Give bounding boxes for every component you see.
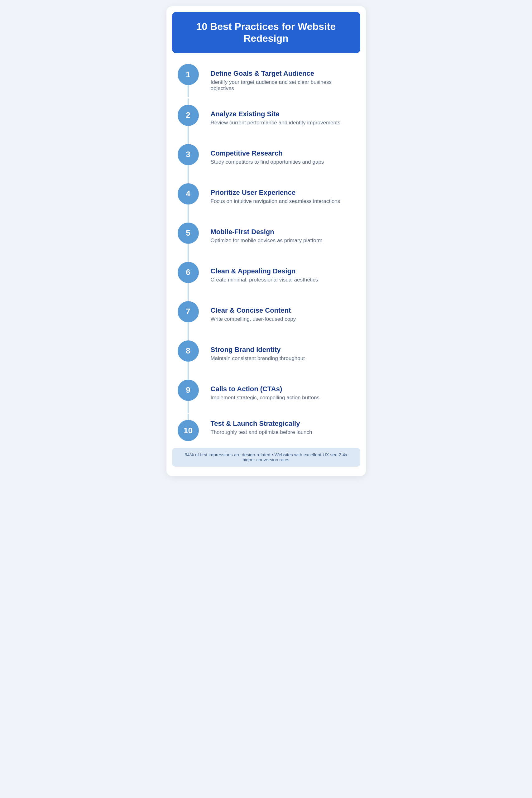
item-content: Competitive ResearchStudy competitors to…	[211, 142, 357, 172]
item-description: Review current performance and identify …	[211, 120, 357, 126]
item-content: Mobile-First DesignOptimize for mobile d…	[211, 221, 357, 251]
item-description: Create minimal, professional visual aest…	[211, 277, 357, 283]
item-content: Calls to Action (CTAs)Implement strategi…	[211, 378, 357, 408]
connector-line-bottom	[188, 205, 189, 216]
connector-line-bottom	[188, 85, 189, 97]
connector-col: 9	[176, 374, 201, 413]
connector-col: 2	[176, 98, 201, 138]
connector-line-top	[188, 414, 189, 420]
connector-col: 8	[176, 334, 201, 374]
list-item: 6Clean & Appealing DesignCreate minimal,…	[176, 255, 357, 295]
item-content: Clear & Concise ContentWrite compelling,…	[211, 300, 357, 329]
item-title: Prioritize User Experience	[211, 189, 357, 197]
connector-col: 7	[176, 295, 201, 334]
item-content: Strong Brand IdentityMaintain consistent…	[211, 339, 357, 368]
step-circle: 8	[178, 340, 199, 362]
main-card: 10 Best Practices for Website Redesign 1…	[167, 6, 366, 476]
connector-line-top	[188, 177, 189, 183]
list-item: 1Define Goals & Target AudienceIdentify …	[176, 63, 357, 98]
step-circle: 3	[178, 144, 199, 165]
item-title: Analyze Existing Site	[211, 110, 357, 118]
connector-line-top	[188, 216, 189, 223]
item-title: Clear & Concise Content	[211, 306, 357, 315]
connector-line-top	[188, 255, 189, 262]
connector-line-bottom	[188, 401, 189, 413]
list-item: 5Mobile-First DesignOptimize for mobile …	[176, 216, 357, 255]
item-title: Define Goals & Target Audience	[211, 70, 357, 78]
list-item: 2Analyze Existing SiteReview current per…	[176, 98, 357, 138]
item-title: Clean & Appealing Design	[211, 267, 357, 275]
item-content: Clean & Appealing DesignCreate minimal, …	[211, 260, 357, 290]
item-description: Write compelling, user-focused copy	[211, 316, 357, 322]
footer-text: 94% of first impressions are design-rela…	[185, 452, 347, 462]
item-description: Implement strategic, compelling action b…	[211, 395, 357, 401]
connector-col: 6	[176, 255, 201, 295]
connector-line-bottom	[188, 283, 189, 295]
item-title: Test & Launch Strategically	[211, 420, 357, 428]
connector-col: 4	[176, 177, 201, 216]
item-title: Calls to Action (CTAs)	[211, 385, 357, 393]
items-list: 1Define Goals & Target AudienceIdentify …	[167, 63, 366, 442]
step-circle: 9	[178, 380, 199, 401]
list-item: 3Competitive ResearchStudy competitors t…	[176, 138, 357, 177]
connector-col: 1	[176, 64, 201, 97]
connector-col: 3	[176, 138, 201, 177]
item-title: Strong Brand Identity	[211, 346, 357, 354]
item-content: Test & Launch StrategicallyThoroughly te…	[211, 413, 357, 442]
step-circle: 1	[178, 64, 199, 85]
step-circle: 6	[178, 262, 199, 283]
item-content: Analyze Existing SiteReview current perf…	[211, 103, 357, 133]
item-description: Optimize for mobile devices as primary p…	[211, 238, 357, 244]
connector-col: 5	[176, 216, 201, 255]
step-circle: 7	[178, 301, 199, 322]
list-item: 10Test & Launch StrategicallyThoroughly …	[176, 413, 357, 442]
item-description: Thoroughly test and optimize before laun…	[211, 429, 357, 435]
connector-line-top	[188, 98, 189, 105]
connector-line-top	[188, 374, 189, 380]
list-item: 4Prioritize User ExperienceFocus on intu…	[176, 177, 357, 216]
item-content: Define Goals & Target AudienceIdentify y…	[211, 63, 357, 98]
item-description: Focus on intuitive navigation and seamle…	[211, 198, 357, 205]
item-content: Prioritize User ExperienceFocus on intui…	[211, 182, 357, 211]
connector-line-bottom	[188, 165, 189, 177]
list-item: 7Clear & Concise ContentWrite compelling…	[176, 295, 357, 334]
connector-line-top	[188, 138, 189, 144]
step-circle: 5	[178, 223, 199, 244]
connector-line-top	[188, 295, 189, 301]
header-title: 10 Best Practices for Website Redesign	[182, 21, 351, 44]
item-title: Mobile-First Design	[211, 228, 357, 236]
connector-line-top	[188, 334, 189, 340]
step-circle: 4	[178, 183, 199, 205]
item-title: Competitive Research	[211, 149, 357, 157]
connector-line-bottom	[188, 322, 189, 334]
connector-col: 10	[176, 414, 201, 441]
item-description: Identify your target audience and set cl…	[211, 79, 357, 92]
list-item: 9Calls to Action (CTAs)Implement strateg…	[176, 374, 357, 413]
list-item: 8Strong Brand IdentityMaintain consisten…	[176, 334, 357, 374]
header-banner: 10 Best Practices for Website Redesign	[172, 12, 360, 53]
connector-line-bottom	[188, 126, 189, 138]
connector-line-bottom	[188, 362, 189, 374]
step-circle: 10	[178, 420, 199, 441]
footer-bar: 94% of first impressions are design-rela…	[172, 448, 360, 467]
item-description: Study competitors to find opportunities …	[211, 159, 357, 165]
connector-line-bottom	[188, 244, 189, 255]
item-description: Maintain consistent branding throughout	[211, 355, 357, 362]
step-circle: 2	[178, 105, 199, 126]
